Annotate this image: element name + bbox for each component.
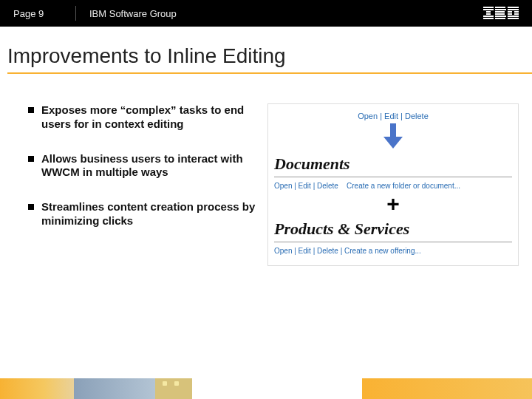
body-row: Exposes more “complex” tasks to end user… <box>0 103 532 266</box>
slide-title: Improvements to Inline Editing <box>7 44 532 68</box>
svg-rect-11 <box>495 18 505 19</box>
header-group-label: IBM Software Group <box>89 8 483 19</box>
svg-rect-2 <box>486 11 491 13</box>
bullet-list: Exposes more “complex” tasks to end user… <box>28 103 257 249</box>
svg-rect-0 <box>483 7 494 8</box>
bullet-text: Allows business users to interact with W… <box>41 152 257 180</box>
footer-segment <box>74 378 155 399</box>
bullet-marker <box>28 156 34 162</box>
bullet-item: Allows business users to interact with W… <box>28 152 257 180</box>
svg-rect-18 <box>508 16 519 17</box>
svg-rect-5 <box>483 18 494 19</box>
illustration-actions-text: Open | Edit | Delete <box>274 182 338 190</box>
page-number: Page 9 <box>13 8 75 19</box>
illustration-divider <box>274 177 512 177</box>
footer-segment <box>192 378 362 399</box>
svg-rect-3 <box>486 13 491 15</box>
illustration-actions-row: Open | Edit | Delete | Create a new offe… <box>274 247 512 255</box>
svg-rect-13 <box>508 9 519 10</box>
svg-rect-8 <box>495 11 505 13</box>
svg-rect-16 <box>508 13 512 15</box>
svg-rect-15 <box>514 11 519 13</box>
illustration-top-actions: Open | Edit | Delete <box>274 112 512 120</box>
ibm-logo <box>483 7 519 20</box>
bullet-marker <box>28 204 34 210</box>
arrow-down-icon <box>274 123 512 150</box>
svg-rect-1 <box>483 9 494 10</box>
svg-rect-9 <box>495 13 505 15</box>
svg-rect-19 <box>508 18 519 19</box>
bullet-text: Exposes more “complex” tasks to end user… <box>41 103 257 132</box>
slide: Page 9 IBM Software Group Im <box>0 0 532 399</box>
bullet-marker <box>28 107 34 113</box>
plus-icon: + <box>274 193 512 215</box>
bullet-text: Streamlines content creation process by … <box>41 200 257 228</box>
illustration-panel: Open | Edit | Delete Documents Open | Ed… <box>267 103 519 266</box>
footer-segment <box>0 378 74 399</box>
illustration-create-text: Create a new folder or document... <box>347 182 460 190</box>
footer-segment <box>362 378 532 399</box>
svg-rect-4 <box>483 16 494 17</box>
slide-header: Page 9 IBM Software Group <box>0 0 532 27</box>
illustration-divider <box>274 242 512 242</box>
svg-marker-21 <box>383 137 403 149</box>
header-divider <box>75 6 76 21</box>
svg-rect-6 <box>495 7 505 8</box>
svg-rect-12 <box>508 7 519 8</box>
illustration-actions-row: Open | Edit | Delete Create a new folder… <box>274 182 512 190</box>
illustration-section-heading: Products & Services <box>274 219 512 239</box>
bullet-item: Exposes more “complex” tasks to end user… <box>28 103 257 132</box>
illustration-section-heading: Documents <box>274 154 512 174</box>
bullet-item: Streamlines content creation process by … <box>28 200 257 228</box>
svg-rect-10 <box>495 16 506 17</box>
svg-rect-7 <box>495 9 506 10</box>
footer-segment <box>155 378 192 399</box>
svg-rect-14 <box>508 11 512 13</box>
footer-strip <box>0 378 532 399</box>
svg-rect-20 <box>390 123 396 137</box>
title-underline <box>7 72 532 74</box>
title-area: Improvements to Inline Editing <box>0 27 532 74</box>
svg-rect-17 <box>514 13 519 15</box>
